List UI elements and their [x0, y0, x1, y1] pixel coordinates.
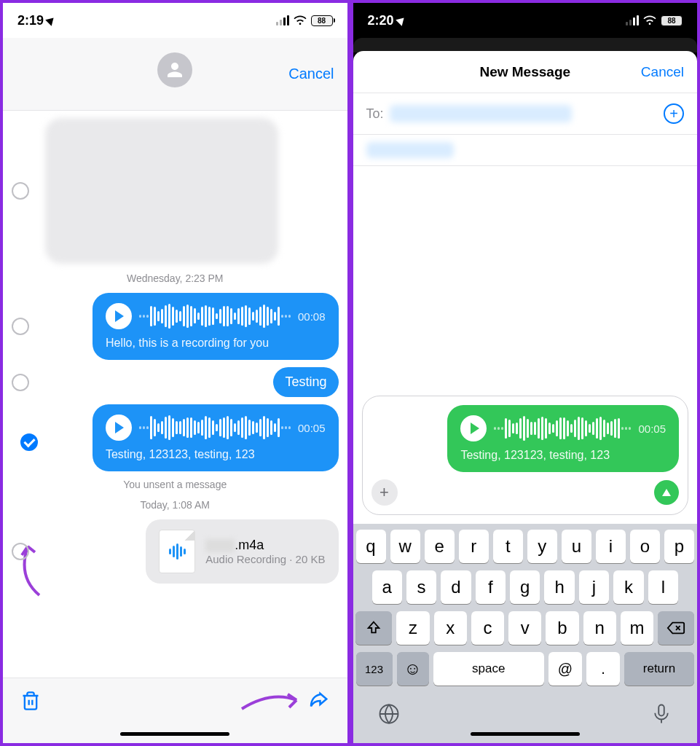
select-circle[interactable]: [12, 374, 29, 391]
recipient-pill[interactable]: [366, 142, 454, 158]
to-field[interactable]: To: +: [353, 93, 698, 135]
waveform: [139, 304, 291, 328]
key-b[interactable]: b: [546, 611, 578, 645]
select-circle-checked[interactable]: [20, 433, 38, 451]
play-icon[interactable]: [106, 415, 132, 441]
key-l[interactable]: l: [648, 570, 678, 604]
cancel-button[interactable]: Cancel: [641, 64, 684, 80]
return-key[interactable]: return: [624, 652, 694, 686]
audio-message-attached[interactable]: 00:05 Testing, 123123, testing, 123: [447, 405, 679, 472]
sheet-title: New Message: [479, 64, 570, 80]
audio-duration: 00:05: [298, 422, 326, 434]
new-message-sheet: New Message Cancel To: + 00:05 Testing, …: [353, 51, 698, 743]
wifi-icon: [643, 15, 656, 25]
home-indicator[interactable]: [120, 732, 229, 736]
key-s[interactable]: s: [406, 570, 436, 604]
key-g[interactable]: g: [510, 570, 540, 604]
mic-icon[interactable]: [650, 703, 672, 725]
sheet-header: New Message Cancel: [353, 51, 698, 93]
battery-icon: 88: [311, 15, 333, 26]
waveform: [139, 415, 291, 439]
sheet-backdrop: [353, 38, 698, 52]
key-w[interactable]: w: [390, 530, 420, 563]
at-key[interactable]: @: [548, 652, 582, 686]
key-m[interactable]: m: [621, 611, 653, 645]
audio-caption: Hello, this is a recording for you: [106, 337, 326, 350]
key-a[interactable]: a: [372, 570, 402, 604]
left-screen: 2:19 88 Cancel Wednesday, 2:23 PM: [0, 0, 350, 746]
key-c[interactable]: c: [471, 611, 504, 645]
conversation-header: Cancel: [3, 38, 347, 111]
trash-icon[interactable]: [20, 690, 41, 712]
numbers-key[interactable]: 123: [356, 652, 393, 686]
status-time: 2:20: [368, 13, 394, 28]
key-n[interactable]: n: [583, 611, 616, 645]
globe-icon[interactable]: [378, 703, 400, 725]
text-message[interactable]: Testing: [273, 367, 338, 397]
key-r[interactable]: r: [459, 530, 489, 563]
play-icon[interactable]: [460, 415, 487, 441]
key-u[interactable]: u: [562, 530, 591, 563]
status-bar: 2:19 88: [3, 3, 347, 38]
recipient-row-2[interactable]: [353, 135, 698, 166]
backspace-key[interactable]: [658, 611, 694, 645]
location-icon: [45, 15, 57, 26]
send-button[interactable]: [654, 480, 679, 505]
add-recipient-button[interactable]: +: [664, 103, 684, 124]
annotation-arrow: [238, 687, 304, 716]
key-q[interactable]: q: [356, 530, 386, 563]
key-i[interactable]: i: [596, 530, 626, 563]
blurred-message: [45, 118, 278, 264]
audio-file-icon: [159, 530, 195, 573]
to-label: To:: [366, 106, 384, 122]
home-indicator[interactable]: [471, 732, 580, 736]
key-z[interactable]: z: [396, 611, 429, 645]
compose-area: 00:05 Testing, 123123, testing, 123 +: [353, 166, 698, 524]
messages-list[interactable]: Wednesday, 2:23 PM 00:08 Hello, this is …: [3, 111, 347, 678]
cellular-icon: [276, 15, 289, 25]
select-circle[interactable]: [12, 318, 29, 335]
space-key[interactable]: space: [433, 652, 545, 686]
audio-message-selected[interactable]: 00:05 Testing, 123123, testing, 123: [93, 404, 339, 471]
key-p[interactable]: p: [664, 530, 694, 563]
key-e[interactable]: e: [425, 530, 455, 563]
compose-box[interactable]: 00:05 Testing, 123123, testing, 123 +: [362, 396, 689, 515]
timestamp: Today, 1:08 AM: [12, 499, 339, 511]
share-icon[interactable]: [307, 690, 330, 712]
key-f[interactable]: f: [476, 570, 506, 604]
svg-rect-1: [658, 705, 664, 716]
key-d[interactable]: d: [441, 570, 471, 604]
audio-caption: Testing, 123123, testing, 123: [460, 449, 666, 462]
key-o[interactable]: o: [630, 530, 660, 563]
location-icon: [396, 15, 407, 26]
cancel-button[interactable]: Cancel: [288, 66, 334, 82]
emoji-key[interactable]: ☺: [397, 652, 429, 686]
keyboard[interactable]: qwertyuiop asdfghjkl zxcvbnm 123 ☺ space…: [353, 524, 698, 743]
add-attachment-button[interactable]: +: [371, 479, 398, 506]
shift-key[interactable]: [355, 611, 392, 645]
key-j[interactable]: j: [579, 570, 609, 604]
audio-message[interactable]: 00:08 Hello, this is a recording for you: [93, 293, 339, 360]
file-name: .m4a: [205, 538, 325, 553]
dot-key[interactable]: .: [586, 652, 620, 686]
audio-duration: 00:08: [298, 310, 326, 323]
key-y[interactable]: y: [527, 530, 557, 563]
recipient-pill[interactable]: [390, 105, 572, 122]
contact-avatar[interactable]: [157, 52, 192, 87]
key-h[interactable]: h: [544, 570, 574, 604]
battery-icon: 88: [661, 15, 683, 26]
status-bar: 2:20 88: [353, 3, 698, 38]
key-t[interactable]: t: [493, 530, 523, 563]
select-circle[interactable]: [12, 543, 29, 560]
file-meta: Audio Recording · 20 KB: [205, 553, 325, 565]
cellular-icon: [626, 15, 639, 25]
timestamp: Wednesday, 2:23 PM: [12, 272, 339, 284]
right-screen: 2:20 88 New Message Cancel To: +: [350, 0, 701, 746]
key-v[interactable]: v: [508, 611, 541, 645]
key-k[interactable]: k: [613, 570, 643, 604]
select-circle[interactable]: [12, 182, 29, 200]
file-attachment[interactable]: .m4a Audio Recording · 20 KB: [146, 519, 338, 584]
key-x[interactable]: x: [434, 611, 467, 645]
selection-toolbar: [3, 678, 347, 743]
play-icon[interactable]: [106, 303, 132, 329]
